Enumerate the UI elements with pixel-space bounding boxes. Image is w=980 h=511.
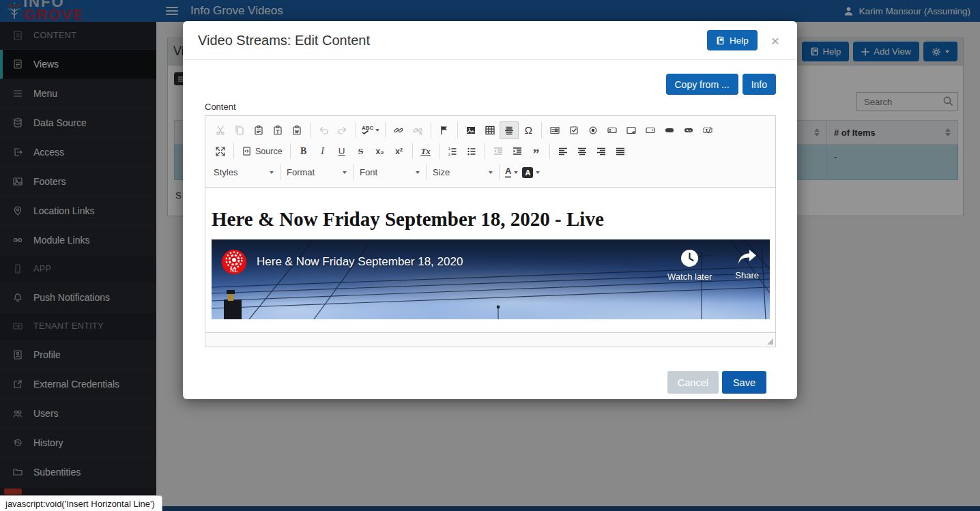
bold-icon[interactable]: B (294, 143, 313, 160)
align-right-icon[interactable] (592, 143, 611, 160)
align-center-icon[interactable] (573, 143, 592, 160)
chevron-down-icon (536, 171, 540, 174)
background-color-icon: A (522, 167, 533, 178)
toolbar-separator (310, 122, 311, 138)
background-color-button[interactable]: A (520, 164, 542, 181)
cancel-button[interactable]: Cancel (667, 371, 719, 394)
font-dropdown[interactable]: Font (357, 164, 422, 181)
save-button[interactable]: Save (722, 371, 766, 394)
italic-icon[interactable]: I (313, 143, 332, 160)
watch-later-label: Watch later (667, 272, 712, 282)
form-icon[interactable] (545, 121, 564, 139)
hidden-field-icon[interactable] (698, 121, 717, 139)
strikethrough-icon[interactable]: S (351, 143, 371, 160)
toolbar-separator (233, 143, 234, 159)
decrease-indent-icon[interactable] (489, 143, 508, 160)
checkbox-icon[interactable] (564, 121, 583, 139)
link-icon[interactable] (389, 121, 408, 139)
toolbar-separator (431, 122, 431, 138)
spellcheck-label: ABC (362, 125, 373, 131)
copy-icon[interactable] (230, 121, 249, 139)
cbc-nl-channel-logo[interactable]: NL (221, 249, 247, 275)
toolbar-separator (439, 143, 439, 159)
underline-icon[interactable]: U (332, 143, 351, 160)
insert-image-icon[interactable] (461, 121, 480, 139)
numbered-list-icon[interactable]: 1.2. (443, 143, 462, 160)
select-field-icon[interactable] (641, 121, 660, 139)
paste-plain-text-icon[interactable] (268, 121, 287, 139)
chevron-down-icon (270, 171, 274, 174)
text-color-button[interactable]: A (503, 164, 520, 181)
toolbar-separator (412, 143, 413, 159)
close-icon[interactable]: × (767, 33, 783, 48)
cut-icon[interactable] (211, 121, 230, 139)
toolbar-separator (541, 122, 542, 138)
watch-later-button[interactable]: Watch later (667, 249, 712, 282)
info-button[interactable]: Info (743, 74, 776, 95)
align-justify-icon[interactable] (611, 143, 630, 160)
maximize-icon[interactable] (211, 143, 230, 160)
anchor-flag-icon[interactable] (435, 121, 454, 139)
chevron-down-icon (514, 171, 518, 174)
text-color-icon: A (505, 166, 511, 178)
button-icon[interactable] (660, 121, 679, 139)
toolbar-separator (280, 164, 280, 180)
toolbar-separator (426, 164, 427, 180)
paste-from-word-icon[interactable] (287, 121, 306, 139)
increase-indent-icon[interactable] (508, 143, 527, 160)
toolbar-separator (549, 143, 550, 159)
redo-icon[interactable] (333, 121, 352, 139)
editor-resize-handle[interactable] (767, 338, 773, 345)
dropdown-label: Size (433, 167, 450, 177)
toolbar-row-2: Source B I U S x₂ x² Tx 1.2. (211, 141, 770, 162)
edit-content-modal: Video Streams: Edit Content Help × Copy … (183, 21, 797, 399)
chevron-down-icon (375, 129, 379, 132)
bulleted-list-icon[interactable] (462, 143, 481, 160)
youtube-video-embed[interactable]: NL Here & Now Friday September 18, 2020 … (212, 239, 770, 319)
undo-icon[interactable] (314, 121, 333, 139)
size-dropdown[interactable]: Size (430, 164, 495, 181)
source-button[interactable]: Source (237, 143, 287, 160)
share-button[interactable]: Share (735, 249, 759, 280)
unlink-icon[interactable] (408, 121, 427, 139)
styles-dropdown[interactable]: Styles (211, 164, 276, 181)
paste-icon[interactable] (249, 121, 268, 139)
align-left-icon[interactable] (553, 143, 573, 160)
toolbar-separator (385, 122, 386, 138)
toolbar-separator (499, 164, 500, 180)
copy-from-button[interactable]: Copy from ... (666, 74, 738, 95)
chevron-down-icon (343, 171, 347, 174)
svg-text:2.: 2. (448, 151, 451, 156)
toolbar-separator (356, 122, 356, 138)
spellcheck-dropdown[interactable]: ABC (360, 122, 381, 138)
insert-horizontal-line-icon[interactable] (500, 121, 519, 139)
toolbar-row-1: ABC Ω (211, 119, 770, 141)
textarea-icon[interactable] (622, 121, 641, 139)
blockquote-icon[interactable]: ” (527, 145, 546, 163)
dropdown-label: Styles (214, 167, 237, 177)
subscript-icon[interactable]: x₂ (371, 143, 390, 160)
chevron-down-icon (489, 171, 493, 174)
toolbar-separator (485, 143, 485, 159)
image-button-icon[interactable] (679, 121, 698, 139)
video-title[interactable]: Here & Now Friday September 18, 2020 (257, 255, 644, 269)
editor-content-area[interactable]: Here & Now Friday September 18, 2020 - L… (205, 188, 775, 332)
special-character-icon[interactable]: Ω (519, 121, 538, 139)
application-window: INFO GROVE Info Grove Videos Karim Manso… (0, 0, 980, 511)
modal-body: Copy from ... Info Content (183, 60, 797, 394)
toolbar-row-3: Styles Format Font Size A A (211, 162, 770, 183)
remove-format-icon[interactable]: Tx (416, 143, 435, 160)
modal-header: Video Streams: Edit Content Help × (183, 21, 797, 60)
modal-help-button[interactable]: Help (707, 30, 758, 50)
share-label: Share (735, 270, 759, 280)
text-field-icon[interactable] (603, 121, 622, 139)
modal-action-buttons: Copy from ... Info (205, 74, 776, 95)
modal-title: Video Streams: Edit Content (198, 33, 707, 48)
superscript-icon[interactable]: x² (390, 143, 409, 160)
insert-table-icon[interactable] (480, 121, 500, 139)
channel-badge: NL (230, 267, 238, 274)
dropdown-label: Font (360, 167, 377, 177)
radio-button-icon[interactable] (583, 121, 603, 139)
editor-toolbar: ABC Ω (205, 116, 775, 188)
format-dropdown[interactable]: Format (284, 164, 349, 181)
